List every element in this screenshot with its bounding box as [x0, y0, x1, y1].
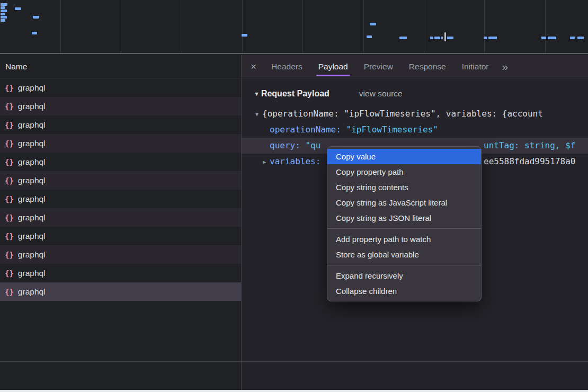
timeline-bar	[33, 16, 39, 19]
menu-item-copy-property-path[interactable]: Copy property path	[327, 164, 481, 180]
request-row[interactable]: {}graphql	[0, 134, 241, 153]
menu-item-store-as-global-variable[interactable]: Store as global variable	[327, 247, 481, 262]
timeline-bar	[488, 37, 497, 39]
menu-divider	[327, 228, 481, 229]
tab-response[interactable]: Response	[401, 55, 454, 78]
timeline-bar	[441, 37, 443, 39]
payload-row-operation-name[interactable]: operationName: "ipFlowTimeseries"	[242, 122, 588, 138]
menu-item-add-property-path-to-watch[interactable]: Add property path to watch	[327, 231, 481, 247]
menu-item-expand-recursively[interactable]: Expand recursively	[327, 268, 481, 283]
request-name: graphql	[18, 139, 46, 148]
json-braces-icon: {}	[5, 176, 14, 185]
timeline-bar	[484, 37, 487, 39]
timeline-bar	[1, 16, 7, 19]
request-name: graphql	[18, 250, 46, 260]
query-string-fragment: untTag: string, $f	[484, 138, 575, 154]
grid-line	[242, 0, 243, 53]
property-value: "qu	[305, 140, 320, 150]
menu-item-copy-string-as-javascript-literal[interactable]: Copy string as JavaScript literal	[327, 195, 481, 210]
tab-initiator[interactable]: Initiator	[454, 55, 497, 78]
menu-item-copy-value[interactable]: Copy value	[327, 149, 481, 164]
json-braces-icon: {}	[5, 213, 14, 222]
timeline-bar	[242, 34, 247, 37]
request-name: graphql	[18, 287, 46, 297]
grid-line	[302, 0, 303, 53]
grid-line	[60, 0, 61, 53]
timeline-bar	[444, 32, 446, 41]
timeline-bar	[1, 3, 7, 6]
request-name: graphql	[18, 231, 46, 241]
property-key: operationName:	[270, 124, 346, 135]
grid-line	[121, 0, 121, 53]
variables-preview-fragment: ee5588fdad995178a0	[484, 154, 575, 170]
request-row[interactable]: {}graphql	[0, 282, 241, 301]
json-braces-icon: {}	[5, 158, 14, 166]
tab-preview[interactable]: Preview	[356, 55, 401, 78]
grid-line	[363, 0, 364, 53]
request-payload-title: Request Payload	[261, 89, 329, 99]
request-row[interactable]: {}graphql	[0, 264, 241, 282]
tab-payload[interactable]: Payload	[310, 55, 356, 78]
menu-item-copy-string-as-json-literal[interactable]: Copy string as JSON literal	[327, 210, 481, 226]
more-tabs-icon[interactable]: »	[502, 61, 509, 72]
close-icon[interactable]: ×	[251, 61, 256, 72]
section-collapse-triangle-icon[interactable]: ▼	[254, 91, 260, 97]
timeline-bar	[399, 37, 407, 39]
timeline-bar	[1, 19, 5, 22]
menu-item-collapse-children[interactable]: Collapse children	[327, 283, 481, 299]
timeline-bar	[541, 37, 546, 39]
grid-line	[484, 0, 485, 53]
expand-open-triangle-icon[interactable]: ▼	[255, 106, 259, 122]
json-braces-icon: {}	[5, 139, 14, 148]
menu-item-copy-string-contents[interactable]: Copy string contents	[327, 180, 481, 195]
request-name: graphql	[18, 194, 46, 204]
request-payload-section-header[interactable]: ▼ Request Payload view source	[254, 88, 588, 100]
timeline-bar	[447, 37, 453, 39]
timeline-bar	[570, 37, 575, 39]
payload-root-row[interactable]: ▼{operationName: "ipFlowTimeseries", var…	[242, 106, 588, 122]
request-name: graphql	[18, 176, 46, 185]
request-rows: {}graphql{}graphql{}graphql{}graphql{}gr…	[0, 78, 241, 301]
network-overview-timeline[interactable]	[0, 0, 588, 54]
timeline-bar	[15, 7, 21, 10]
request-name: graphql	[18, 213, 46, 222]
tab-headers[interactable]: Headers	[263, 55, 310, 78]
summary-bar-divider	[0, 361, 588, 362]
detail-tab-bar: × HeadersPayloadPreviewResponseInitiator…	[242, 55, 588, 78]
request-row[interactable]: {}graphql	[0, 115, 241, 134]
view-source-link[interactable]: view source	[359, 89, 403, 99]
request-row[interactable]: {}graphql	[0, 153, 241, 171]
timeline-bar	[1, 10, 7, 12]
request-row[interactable]: {}graphql	[0, 245, 241, 264]
request-row[interactable]: {}graphql	[0, 208, 241, 227]
property-key: query:	[270, 140, 305, 150]
json-braces-icon: {}	[5, 84, 14, 92]
json-braces-icon: {}	[5, 288, 14, 296]
timeline-bar	[1, 6, 5, 9]
request-name: graphql	[18, 157, 46, 167]
name-column-label: Name	[5, 62, 27, 72]
request-row[interactable]: {}graphql	[0, 97, 241, 115]
timeline-bar	[434, 37, 440, 39]
grid-line	[182, 0, 182, 53]
payload-root-preview: {operationName: "ipFlowTimeseries", vari…	[262, 109, 543, 119]
json-braces-icon: {}	[5, 269, 14, 278]
timeline-bar	[430, 37, 433, 39]
timeline-bar	[1, 13, 5, 15]
name-column-header[interactable]: Name	[0, 55, 241, 78]
request-name: graphql	[18, 102, 46, 111]
request-row[interactable]: {}graphql	[0, 227, 241, 245]
json-braces-icon: {}	[5, 121, 14, 129]
grid-line	[545, 0, 546, 53]
request-row[interactable]: {}graphql	[0, 171, 241, 190]
menu-divider	[327, 265, 481, 265]
timeline-bar	[548, 37, 556, 39]
network-request-list-panel: Name {}graphql{}graphql{}graphql{}graphq…	[0, 55, 241, 390]
timeline-bar	[32, 32, 37, 34]
request-row[interactable]: {}graphql	[0, 190, 241, 208]
expand-closed-triangle-icon[interactable]: ▶	[263, 154, 266, 170]
property-key: variables:	[270, 156, 320, 166]
request-row[interactable]: {}graphql	[0, 78, 241, 97]
timeline-bar	[370, 23, 376, 25]
json-braces-icon: {}	[5, 251, 14, 259]
